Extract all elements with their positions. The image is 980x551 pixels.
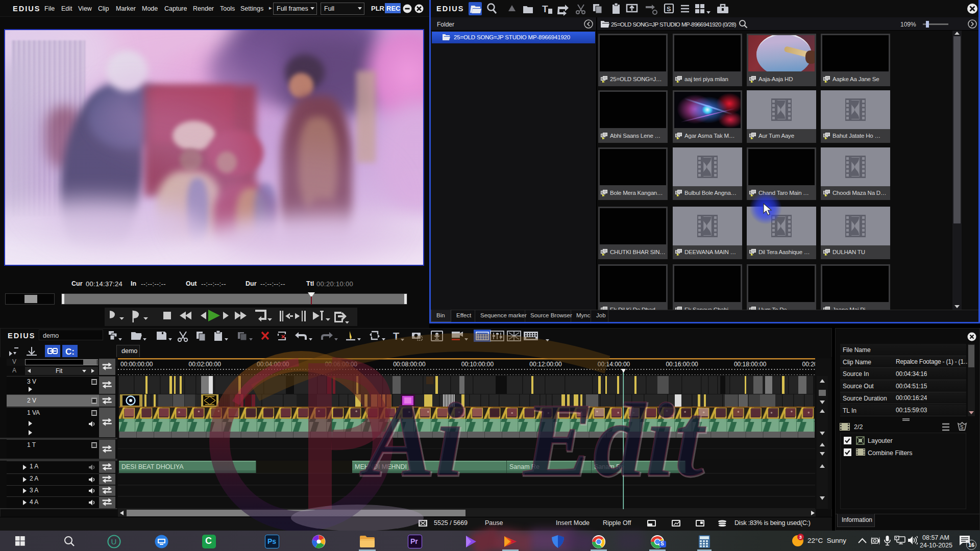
svg-text:Ai: Ai <box>359 382 464 497</box>
svg-text:U: U <box>111 537 117 546</box>
svg-text:T: T <box>542 4 548 14</box>
svg-text:S: S <box>960 424 964 430</box>
svg-text:S: S <box>667 5 671 13</box>
svg-text:Edit: Edit <box>522 382 706 497</box>
